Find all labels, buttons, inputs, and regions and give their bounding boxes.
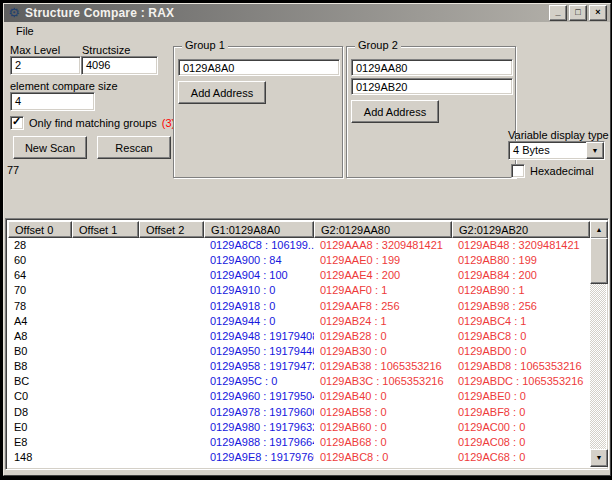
table-cell [139,253,204,268]
table-cell: C0 [8,389,72,404]
table-body: 280129A8C8 : 106199...0129AAA8 : 3209481… [8,238,590,467]
scrollbar-thumb[interactable] [590,238,608,284]
result-count-label: 77 [7,164,19,176]
table-cell [139,374,204,389]
table-row[interactable]: 600129A900 : 840129AAE0 : 1990129AB80 : … [8,253,590,268]
table-cell [72,299,139,314]
close-button[interactable]: × [589,5,607,21]
table-cell: 0129AB40 : 0 [314,389,452,404]
maximize-button[interactable]: □ [569,5,587,21]
table-cell: 0129ABF8 : 0 [452,405,590,420]
table-row[interactable]: 700129A910 : 00129AAF0 : 10129AB90 : 1 [8,283,590,298]
group1-address-input[interactable]: 0129A8A0 [178,59,340,76]
table-cell: 0129A948 : 19179408 [204,329,314,344]
table-cell: 70 [8,283,72,298]
table-row[interactable]: B80129A958 : 191794720129AB38 : 10653532… [8,359,590,374]
header-offset1[interactable]: Offset 1 [72,221,139,238]
table-row[interactable]: D80129A978 : 191796000129AB58 : 00129ABF… [8,405,590,420]
table-row[interactable]: E00129A980 : 191796320129AB60 : 00129AC0… [8,420,590,435]
table-row[interactable]: 1480129A9E8 : 191797600129ABC8 : 00129AC… [8,450,590,465]
table-cell: 0129ABC8 : 0 [314,450,452,465]
table-cell: E0 [8,420,72,435]
table-cell: 28 [8,238,72,253]
table-cell: 0129AB58 : 0 [314,405,452,420]
header-g2a[interactable]: G2:0129AA80 [314,221,452,238]
max-level-label: Max Level [10,44,60,56]
table-cell: 78 [8,299,72,314]
header-offset2[interactable]: Offset 2 [139,221,204,238]
table-cell [72,420,139,435]
scroll-up-icon[interactable]: ▲ [590,221,608,239]
table-cell [139,283,204,298]
table-row[interactable]: BC0129A95C : 00129AB3C : 10653532160129A… [8,374,590,389]
table-row[interactable]: 640129A904 : 1000129AAE4 : 2000129AB84 :… [8,268,590,283]
table-cell: 0129AAE4 : 200 [314,268,452,283]
table-cell [139,435,204,450]
table-cell: D8 [8,405,72,420]
table-cell [72,374,139,389]
table-row[interactable]: 780129A918 : 00129AAF8 : 2560129AB98 : 2… [8,299,590,314]
table-cell: 0129AB48 : 3209481421 [452,238,590,253]
table-cell: E8 [8,435,72,450]
table-row[interactable]: 280129A8C8 : 106199...0129AAA8 : 3209481… [8,238,590,253]
rescan-button[interactable]: Rescan [97,136,171,159]
table-cell: 0129ABC8 : 0 [452,329,590,344]
only-find-matching-groups-checkbox[interactable]: ✓ [10,116,24,130]
window-title: Structure Compare : RAX [25,6,549,20]
minimize-button[interactable]: _ [549,5,567,21]
table-row[interactable]: A40129A944 : 00129AB24 : 10129ABC4 : 1 [8,314,590,329]
table-cell: 0129AC68 : 0 [452,450,590,465]
table-cell [72,389,139,404]
table-cell: 0129AAE0 : 199 [314,253,452,268]
menu-file[interactable]: File [11,24,39,38]
table-row[interactable]: A80129A948 : 191794080129AB28 : 00129ABC… [8,329,590,344]
title-bar[interactable]: ⚙ Structure Compare : RAX _ □ × [4,4,610,22]
group1-title: Group 1 [182,39,228,51]
table-cell: 0129AAA8 : 3209481421 [314,238,452,253]
table-row[interactable]: E80129A988 : 191796640129AB68 : 00129AC0… [8,435,590,450]
menu-bar: File [4,22,610,40]
header-g1[interactable]: G1:0129A8A0 [204,221,314,238]
table-cell [72,435,139,450]
table-cell: 0129A958 : 19179472 [204,359,314,374]
table-cell: 0129ABE0 : 0 [452,389,590,404]
table-row[interactable]: B00129A950 : 191794400129AB30 : 00129ABD… [8,344,590,359]
element-compare-size-input[interactable]: 4 [10,92,95,111]
group2-address-input-2[interactable]: 0129AB20 [351,78,513,95]
table-cell: B8 [8,359,72,374]
dropdown-arrow-icon[interactable]: ▼ [586,142,604,159]
table-cell: 0129A9E8 : 19179760 [204,450,314,465]
table-cell: 0129A8C8 : 106199... [204,238,314,253]
table-row[interactable]: C00129A960 : 191795040129AB40 : 00129ABE… [8,389,590,404]
variable-display-type-value: 4 Bytes [509,142,586,159]
table-cell: 0129AA40 : 0 [204,465,314,467]
structsize-label: Structsize [82,44,130,56]
new-scan-button[interactable]: New Scan [13,136,87,159]
max-level-input[interactable]: 2 [10,56,81,75]
table-cell: B0 [8,344,72,359]
table-cell: 0129ABC4 : 1 [452,314,590,329]
table-cell: 0129AB84 : 200 [452,268,590,283]
group2-address-input-1[interactable]: 0129AA80 [351,59,513,76]
vertical-scrollbar[interactable]: ▲ ▼ [590,221,606,467]
scroll-down-icon[interactable]: ▼ [590,449,608,467]
structsize-input[interactable]: 4096 [81,56,158,75]
checkmark-icon: ✓ [12,115,21,128]
table-cell: 60 [8,253,72,268]
header-g2b[interactable]: G2:0129AB20 [452,221,590,238]
header-offset0[interactable]: Offset 0 [8,221,72,238]
hexadecimal-checkbox[interactable] [511,164,525,178]
table-cell: 0129AC08 : 0 [452,435,590,450]
table-row[interactable]: 1A00129AA40 : 00129AC20 : 40129ACC0 : 4 [8,465,590,467]
table-cell: 0129AAF0 : 1 [314,283,452,298]
table-cell: A4 [8,314,72,329]
group2-add-address-button[interactable]: Add Address [351,100,439,123]
table-cell: 0129AB80 : 199 [452,253,590,268]
table-cell: 0129A950 : 19179440 [204,344,314,359]
variable-display-type-dropdown[interactable]: 4 Bytes ▼ [508,141,605,160]
table-cell: 0129AAF8 : 256 [314,299,452,314]
table-cell [72,314,139,329]
table-cell: 0129A95C : 0 [204,374,314,389]
group1-add-address-button[interactable]: Add Address [178,81,266,104]
table-cell [139,344,204,359]
